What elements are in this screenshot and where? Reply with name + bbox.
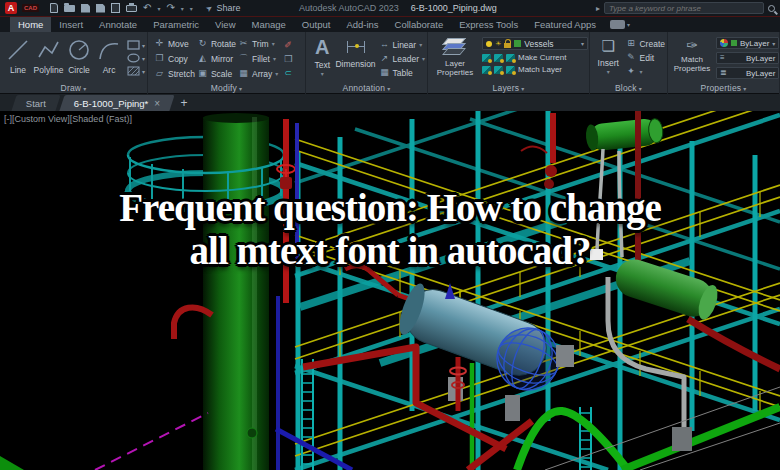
tab-annotate[interactable]: Annotate bbox=[91, 17, 145, 32]
linetype-icon: ≣ bbox=[720, 69, 727, 77]
tab-manage[interactable]: Manage bbox=[244, 17, 294, 32]
panel-label-annotation[interactable]: Annotation▾ bbox=[306, 83, 427, 93]
stretch-tool[interactable]: ▱Stretch bbox=[154, 68, 195, 79]
fillet-icon: ⌒ bbox=[238, 53, 249, 64]
panel-label-block[interactable]: Block▾ bbox=[590, 83, 667, 93]
tab-insert[interactable]: Insert bbox=[51, 17, 91, 32]
layer-dropdown[interactable]: ☀ Vessels ▾ bbox=[482, 37, 588, 50]
trim-tool[interactable]: ✂Trim▾ bbox=[238, 38, 278, 49]
tab-express-tools[interactable]: Express Tools bbox=[451, 17, 526, 32]
save-as-icon[interactable] bbox=[96, 4, 105, 13]
create-block-tool[interactable]: ⊞Create bbox=[625, 38, 665, 49]
panel-label-modify[interactable]: Modify▾ bbox=[148, 83, 305, 93]
search-expand-icon[interactable]: ▸ bbox=[596, 4, 600, 13]
plot-icon[interactable] bbox=[111, 3, 120, 13]
block-extra-tool[interactable]: ✦▾ bbox=[625, 66, 665, 77]
fillet-tool[interactable]: ⌒Fillet▾ bbox=[238, 53, 278, 64]
caret-down-icon: ▾ bbox=[419, 41, 422, 48]
tab-output[interactable]: Output bbox=[294, 17, 339, 32]
erase-icon[interactable]: ✐ bbox=[284, 40, 292, 50]
tab-add-ins[interactable]: Add-ins bbox=[338, 17, 386, 32]
tool-label: Make Current bbox=[518, 53, 566, 62]
window-title: Autodesk AutoCAD 2023 6-B-1000_Piping.dw… bbox=[299, 0, 497, 16]
search-icon[interactable] bbox=[768, 5, 775, 12]
viewport-controls-label[interactable]: [-][Custom View][Shaded (Fast)] bbox=[4, 114, 132, 124]
linetype-dropdown[interactable]: ≣ ByLayer bbox=[716, 67, 779, 79]
caret-down-icon: ▾ bbox=[142, 55, 145, 62]
lineweight-icon: ≡ bbox=[720, 54, 725, 62]
circle-icon bbox=[67, 37, 91, 63]
edit-block-tool[interactable]: ✎Edit bbox=[625, 52, 665, 63]
caret-down-icon: ▾ bbox=[743, 86, 746, 92]
copy-tool[interactable]: ❐Copy bbox=[154, 53, 195, 64]
rotate-icon: ↻ bbox=[197, 38, 208, 49]
move-icon: ✛ bbox=[154, 38, 165, 49]
insert-block-icon: ❏ bbox=[602, 36, 615, 56]
layer-on-bulb-icon bbox=[486, 41, 492, 47]
tool-label: Table bbox=[393, 68, 413, 78]
tab-featured-apps[interactable]: Featured Apps bbox=[526, 17, 604, 32]
leader-tool[interactable]: ↗Leader▾ bbox=[380, 53, 425, 64]
search-input[interactable] bbox=[604, 2, 764, 14]
scale-tool[interactable]: ▣Scale bbox=[197, 68, 236, 79]
redo-dropdown-icon[interactable]: ▾ bbox=[181, 5, 184, 12]
table-icon: ▦ bbox=[380, 67, 390, 78]
layer-tool-icon bbox=[482, 54, 491, 62]
panel-label-draw[interactable]: Draw▾ bbox=[0, 83, 147, 93]
match-properties-icon: ✑ bbox=[686, 36, 698, 54]
ellipse-tool[interactable]: ▾ bbox=[127, 53, 145, 63]
polyline-icon bbox=[37, 37, 61, 63]
qat-customize-icon[interactable]: ▾ bbox=[190, 5, 193, 12]
ribbon: Line Polyline Circle Arc ▾ bbox=[0, 32, 780, 94]
tool-label: Layer Properties bbox=[432, 59, 478, 77]
panel-label-layers[interactable]: Layers▾ bbox=[428, 83, 589, 93]
array-icon: ▦ bbox=[238, 68, 249, 79]
drawing-viewport[interactable]: [-][Custom View][Shaded (Fast)] bbox=[0, 111, 780, 470]
autocad-logo-icon[interactable]: A bbox=[5, 2, 17, 14]
table-tool[interactable]: ▦Table bbox=[380, 67, 425, 78]
object-color-dropdown[interactable]: ByLayer ▾ bbox=[716, 37, 779, 49]
caption-line-2: all mtext font in autocad? bbox=[0, 229, 780, 272]
undo-icon[interactable]: ↶ bbox=[143, 3, 151, 13]
save-icon[interactable] bbox=[81, 4, 90, 13]
tab-collaborate[interactable]: Collaborate bbox=[387, 17, 452, 32]
caret-down-icon: ▾ bbox=[83, 86, 86, 92]
join-icon[interactable]: ⊂ bbox=[284, 68, 292, 78]
hatch-tool[interactable]: ▾ bbox=[127, 66, 145, 76]
rotate-tool[interactable]: ↻Rotate bbox=[197, 38, 236, 49]
linear-tool[interactable]: ↔Linear▾ bbox=[380, 39, 425, 50]
caret-down-icon: ▾ bbox=[275, 70, 278, 77]
layer-unlock-icon bbox=[504, 43, 511, 48]
layer-tool-icon bbox=[506, 66, 515, 74]
move-tool[interactable]: ✛Move bbox=[154, 38, 195, 49]
new-file-icon[interactable] bbox=[50, 3, 58, 13]
share-button[interactable]: ➤ Share bbox=[206, 3, 241, 13]
make-current-tool[interactable]: Make Current bbox=[482, 53, 588, 62]
tab-parametric[interactable]: Parametric bbox=[145, 17, 207, 32]
app-title: Autodesk AutoCAD 2023 bbox=[299, 3, 399, 13]
new-tab-button[interactable]: + bbox=[180, 96, 187, 110]
tab-view[interactable]: View bbox=[207, 17, 243, 32]
explode-icon[interactable]: ❒ bbox=[284, 54, 292, 64]
rectangle-tool[interactable]: ▾ bbox=[127, 40, 145, 50]
file-tab-document[interactable]: 6-B-1000_Piping* × bbox=[59, 95, 175, 111]
match-layer-tool[interactable]: Match Layer bbox=[482, 65, 588, 74]
tool-label: Rotate bbox=[211, 39, 236, 49]
redo-icon[interactable]: ↷ bbox=[166, 3, 174, 13]
mirror-tool[interactable]: ◭Mirror bbox=[197, 53, 236, 64]
chevron-down-icon: ▾ bbox=[772, 40, 775, 47]
print-icon[interactable] bbox=[126, 5, 137, 12]
array-tool[interactable]: ▦Array▾ bbox=[238, 68, 278, 79]
close-icon[interactable]: × bbox=[155, 98, 161, 109]
tab-home[interactable]: Home bbox=[10, 17, 51, 32]
ribbon-tab-row: Home Insert Annotate Parametric View Man… bbox=[0, 16, 780, 32]
undo-dropdown-icon[interactable]: ▾ bbox=[157, 5, 160, 12]
ribbon-overflow-badge[interactable]: ▾ bbox=[610, 17, 630, 32]
overflow-chip-icon bbox=[610, 20, 625, 29]
file-tab-start[interactable]: Start bbox=[11, 95, 60, 111]
open-file-icon[interactable] bbox=[64, 5, 75, 12]
line-icon bbox=[6, 37, 30, 63]
lineweight-dropdown[interactable]: ≡ ByLayer bbox=[716, 52, 779, 64]
caret-down-icon: ▾ bbox=[639, 68, 642, 75]
panel-label-properties[interactable]: Properties▾ bbox=[668, 83, 779, 93]
